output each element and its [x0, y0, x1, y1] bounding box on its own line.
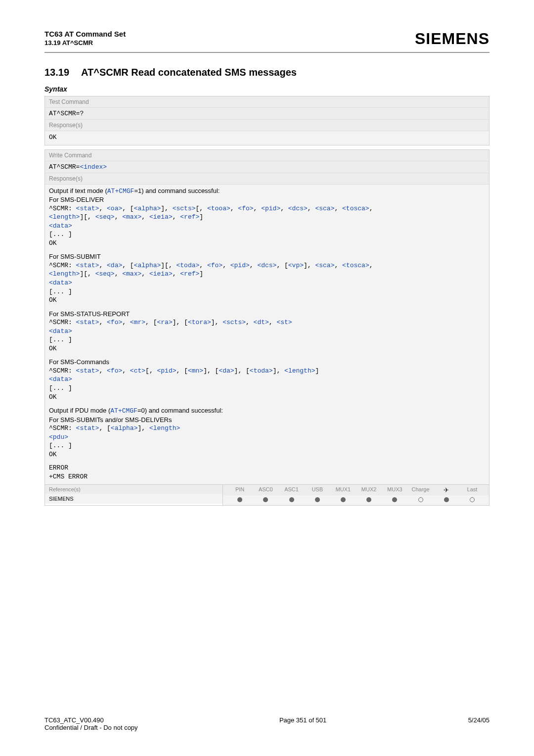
write-command-code: AT^SCMR=<index> — [45, 161, 489, 173]
error-line: ERROR — [49, 464, 485, 472]
reference-table: Reference(s) SIEMENS PIN ASC0 ASC1 USB M… — [45, 484, 489, 505]
text-mode-intro: Output if text mode (AT+CMGF=1) and comm… — [49, 187, 485, 196]
pdu-mode-intro: Output if PDU mode (AT+CMGF=0) and comma… — [49, 406, 485, 416]
write-response-label: Response(s) — [45, 173, 489, 185]
doc-subtitle: 13.19 AT^SCMR — [44, 39, 126, 47]
filled-dot-icon — [341, 497, 346, 502]
pdu-syntax: ^SCMR: <stat>, [<alpha>], <length> <pdu> — [49, 424, 485, 441]
test-command-block: Test Command AT^SCMR=? Response(s) OK — [44, 96, 490, 145]
reference-value: SIEMENS — [45, 494, 222, 504]
filled-dot-icon — [392, 497, 397, 502]
section-number: 13.19 — [44, 67, 69, 78]
footer-confidential: Confidential / Draft - Do not copy — [44, 724, 138, 731]
footer-date: 5/24/05 — [468, 716, 490, 731]
filled-dot-icon — [289, 497, 294, 502]
airplane-icon: ✈ — [434, 486, 459, 494]
status-syntax: ^SCMR: <stat>, <fo>, <mr>, [<ra>], [<tor… — [49, 318, 485, 335]
divider — [44, 52, 490, 53]
commands-syntax: ^SCMR: <stat>, <fo>, <ct>[, <pid>, [<mn>… — [49, 367, 485, 384]
test-response-label: Response(s) — [45, 120, 489, 131]
footer-version: TC63_ATC_V00.490 — [44, 716, 138, 724]
status-label: For SMS-STATUS-REPORT — [49, 310, 485, 319]
section-heading: 13.19AT^SCMR Read concatenated SMS messa… — [44, 67, 490, 78]
ref-columns-header: PIN ASC0 ASC1 USB MUX1 MUX2 MUX3 Charge … — [223, 485, 489, 495]
reference-label: Reference(s) — [45, 485, 222, 494]
filled-dot-icon — [263, 497, 268, 502]
empty-dot-icon — [470, 497, 475, 502]
test-command-code: AT^SCMR=? — [45, 108, 489, 120]
test-command-label: Test Command — [45, 96, 489, 108]
brand-logo: SIEMENS — [415, 30, 490, 48]
commands-label: For SMS-Commands — [49, 358, 485, 367]
deliver-label: For SMS-DELIVER — [49, 195, 485, 204]
doc-title: TC63 AT Command Set — [44, 30, 126, 38]
write-cmd-prefix: AT^SCMR= — [49, 163, 80, 171]
atcmgf-link[interactable]: AT+CMGF — [107, 188, 134, 195]
footer-page-number: Page 351 of 501 — [138, 716, 468, 731]
write-command-block: Write Command AT^SCMR=<index> Response(s… — [44, 149, 490, 506]
submit-label: For SMS-SUBMIT — [49, 252, 485, 261]
page-footer: TC63_ATC_V00.490 Confidential / Draft - … — [44, 716, 490, 731]
empty-dot-icon — [418, 497, 423, 502]
index-param[interactable]: <index> — [80, 163, 107, 171]
filled-dot-icon — [366, 497, 371, 502]
ref-dots-row — [223, 495, 489, 505]
submit-syntax: ^SCMR: <stat>, <da>, [<alpha>][, <toda>,… — [49, 261, 485, 287]
syntax-label: Syntax — [44, 85, 490, 93]
write-response-body: Output if text mode (AT+CMGF=1) and comm… — [45, 185, 489, 484]
atcmgf-link-2[interactable]: AT+CMGF — [110, 407, 137, 415]
deliver-syntax: ^SCMR: <stat>, <oa>, [<alpha>], <scts>[,… — [49, 204, 485, 231]
filled-dot-icon — [444, 497, 449, 502]
page-header: TC63 AT Command Set 13.19 AT^SCMR SIEMEN… — [44, 30, 490, 48]
write-command-label: Write Command — [45, 150, 489, 161]
cms-error-line: +CMS ERROR — [49, 472, 485, 481]
test-response-body: OK — [45, 131, 489, 145]
filled-dot-icon — [315, 497, 320, 502]
pdu-label: For SMS-SUBMITs and/or SMS-DELIVERs — [49, 416, 485, 425]
filled-dot-icon — [237, 497, 242, 502]
section-title-text: AT^SCMR Read concatenated SMS messages — [81, 67, 297, 78]
